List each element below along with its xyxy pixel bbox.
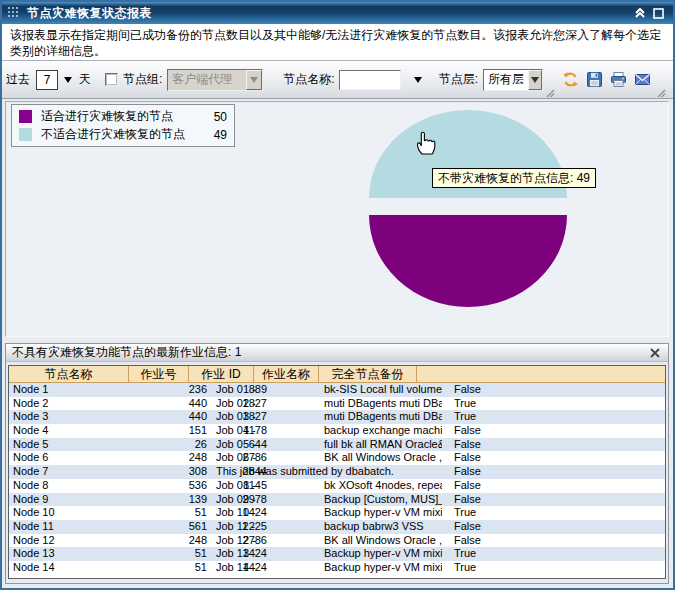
cell-node-name: Node 3 — [13, 410, 48, 424]
node-tier-dropdown-button[interactable] — [528, 70, 542, 90]
jobs-panel-header: 不具有灾难恢复功能节点的最新作业信息: 1 — [6, 344, 668, 362]
table-row[interactable]: Node 91392978Job 09 -Backup [Custom, MUS… — [9, 493, 665, 507]
filter-toolbar: 过去 7 天 节点组: 客户端代理 节点名称: 节点层: 所有层 — [2, 61, 673, 99]
collapse-button[interactable] — [631, 5, 649, 21]
cell-node-name: Node 10 — [13, 506, 55, 520]
jobs-panel-title: 不具有灾难恢复功能节点的最新作业信息: 1 — [12, 344, 241, 361]
cell-full-backup: False — [454, 465, 481, 479]
cell-job-description: full bk all RMAN Oracle&SAP agents — [324, 438, 442, 452]
table-row[interactable]: Node 85361145Job 08 -bk XOsoft 4nodes, r… — [9, 479, 665, 493]
cell-job-number: 51 — [135, 561, 207, 575]
column-header-node-name[interactable]: 节点名称 — [9, 366, 129, 382]
cell-job-description: backup babrw3 VSS — [324, 520, 442, 534]
cell-full-backup: True — [454, 410, 476, 424]
cell-job-description: bk XOsoft 4nodes, repeat/MUS — [324, 479, 442, 493]
node-group-checkbox[interactable] — [105, 73, 118, 86]
chart-area: 适合进行灾难恢复的节点 50 不适合进行灾难恢复的节点 49 不带灾难恢复的节点… — [5, 101, 669, 337]
node-group-select[interactable]: 客户端代理 — [167, 69, 263, 91]
cell-job-description: Backup hyper-v VM mixif to hpvmixif — [324, 547, 442, 561]
node-group-dropdown-button[interactable] — [246, 70, 262, 90]
column-header-job-name[interactable]: 作业名称 — [254, 366, 319, 382]
table-row[interactable]: Node 24401827Job 02 -muti DBagents muti … — [9, 397, 665, 411]
cell-job-label: This job was submitted by dbabatch. — [216, 465, 394, 479]
cell-job-label: Job 08 - — [216, 479, 256, 493]
node-name-label: 节点名称: — [283, 71, 334, 88]
cell-job-description: bk-SIS Local full volume backup-encrypte… — [324, 383, 442, 397]
days-select[interactable]: 7 — [36, 70, 58, 90]
node-name-input[interactable] — [339, 70, 401, 90]
panel-close-button[interactable] — [648, 346, 662, 360]
save-icon — [586, 71, 603, 88]
table-row[interactable]: Node 41511178Job 04 -backup exchange mac… — [9, 424, 665, 438]
cell-job-number: 536 — [135, 479, 207, 493]
table-row[interactable]: Node 122482786Job 12 -BK all Windows Ora… — [9, 534, 665, 548]
cell-full-backup: False — [454, 424, 481, 438]
cell-full-backup: False — [454, 493, 481, 507]
hand-cursor-icon — [414, 128, 437, 156]
table-row[interactable]: Node 526644Job 05 -full bk all RMAN Orac… — [9, 438, 665, 452]
table-row[interactable]: Node 115612225Job 11 -backup babrw3 VSSF… — [9, 520, 665, 534]
cell-node-name: Node 9 — [13, 493, 48, 507]
cell-job-number: 440 — [135, 397, 207, 411]
cell-job-description: BK all Windows Oracle ,Informix and SAP — [324, 451, 442, 465]
table-row[interactable]: Node 73082844This job was submitted by d… — [9, 465, 665, 479]
pie-slice-capable[interactable] — [369, 215, 567, 307]
chevron-down-icon — [250, 77, 258, 83]
close-icon — [650, 348, 660, 358]
email-button[interactable] — [631, 69, 653, 91]
column-header-blank — [417, 366, 665, 382]
table-row[interactable]: Node 14511424Job 14 -Backup hyper-v VM m… — [9, 561, 665, 575]
table-row[interactable]: Node 34401827Job 03 -muti DBagents muti … — [9, 410, 665, 424]
cell-job-number: 561 — [135, 520, 207, 534]
table-body: Node 1236889Job 01 -bk-SIS Local full vo… — [9, 383, 665, 575]
save-button[interactable] — [583, 69, 605, 91]
cell-node-name: Node 4 — [13, 424, 48, 438]
cell-node-name: Node 1 — [13, 383, 48, 397]
cell-job-description: backup exchange machine VSS — [324, 424, 442, 438]
cell-job-label: Job 11 - — [216, 520, 255, 534]
node-name-dropdown-button[interactable] — [411, 72, 425, 88]
column-header-full-node-backup[interactable]: 完全节点备份 — [319, 366, 417, 382]
cell-full-backup: False — [454, 451, 481, 465]
refresh-button[interactable] — [559, 69, 581, 91]
toolbar-grip-icon — [657, 89, 666, 98]
table-row[interactable]: Node 62482786Job 06 -BK all Windows Orac… — [9, 451, 665, 465]
cell-node-name: Node 7 — [13, 465, 48, 479]
node-tier-select[interactable]: 所有层 — [483, 69, 543, 91]
cell-job-number: 139 — [135, 493, 207, 507]
cell-full-backup: False — [454, 520, 481, 534]
node-tier-value: 所有层 — [484, 70, 528, 90]
column-header-job-id[interactable]: 作业 ID — [189, 366, 254, 382]
cell-job-description: muti DBagents muti DBagents — [324, 410, 442, 424]
cell-node-name: Node 5 — [13, 438, 48, 452]
cell-full-backup: True — [454, 547, 476, 561]
pie-tooltip: 不带灾难恢复的节点信息: 49 — [432, 168, 596, 188]
jobs-panel: 不具有灾难恢复功能节点的最新作业信息: 1 节点名称 作业号 作业 ID 作业名… — [5, 343, 669, 584]
refresh-icon — [562, 71, 579, 88]
cell-full-backup: True — [454, 397, 476, 411]
cell-job-description: BK all Windows Oracle ,Informix and SAP — [324, 534, 442, 548]
cell-job-label: Job 13 - — [216, 547, 256, 561]
cell-full-backup: False — [454, 383, 481, 397]
cell-node-name: Node 14 — [13, 561, 55, 575]
table-row[interactable]: Node 1236889Job 01 -bk-SIS Local full vo… — [9, 383, 665, 397]
jobs-table: 节点名称 作业号 作业 ID 作业名称 完全节点备份 Node 1236889J… — [8, 365, 666, 579]
column-header-job-number[interactable]: 作业号 — [129, 366, 189, 382]
cell-job-label: Job 14 - — [216, 561, 256, 575]
cell-node-name: Node 12 — [13, 534, 55, 548]
cell-job-label: Job 05 - — [216, 438, 256, 452]
table-row[interactable]: Node 13511424Job 13 -Backup hyper-v VM m… — [9, 547, 665, 561]
days-unit-label: 天 — [79, 71, 91, 88]
cell-job-number: 248 — [135, 451, 207, 465]
maximize-button[interactable] — [649, 5, 667, 21]
node-tier-label: 节点层: — [439, 71, 478, 88]
cell-job-description: Backup hyper-v VM mixif to hpvmixif — [324, 506, 442, 520]
cell-job-description: muti DBagents muti DBagents — [324, 397, 442, 411]
cell-full-backup: True — [454, 561, 476, 575]
table-row[interactable]: Node 10511424Job 10 -Backup hyper-v VM m… — [9, 506, 665, 520]
cell-job-number: 248 — [135, 534, 207, 548]
cell-node-name: Node 8 — [13, 479, 48, 493]
print-button[interactable] — [607, 69, 629, 91]
days-dropdown-button[interactable] — [61, 72, 75, 88]
toolbar-grip-icon — [546, 89, 555, 98]
